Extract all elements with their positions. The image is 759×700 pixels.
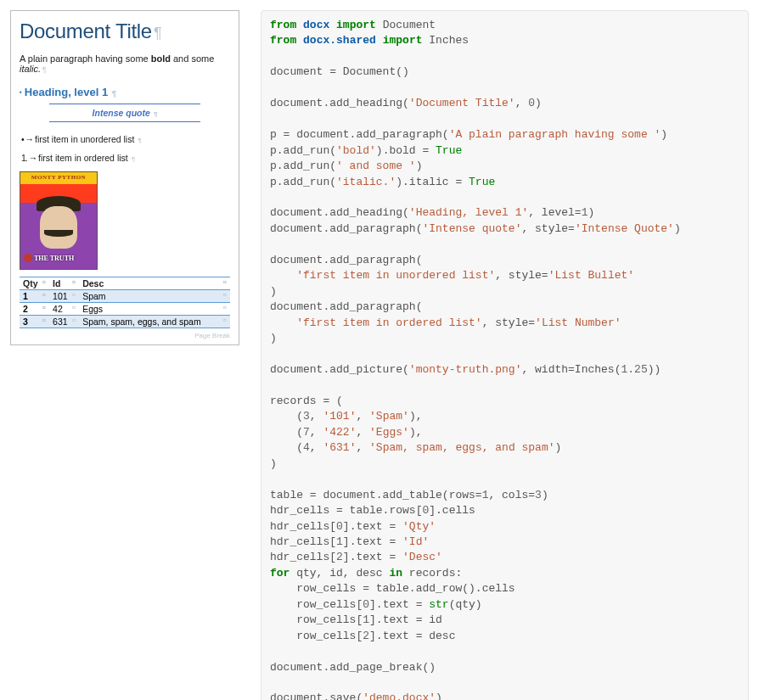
table-header-row: Qty¤ Id¤ Desc¤ [20, 277, 230, 290]
monty-python-image: MONTY PYTHON THE TRUTH [20, 171, 98, 270]
page-break-marker: Page Break [20, 332, 230, 339]
unordered-list-item: first item in unordered list ¶ [21, 134, 230, 144]
ordered-list-item: first item in ordered list ¶ [21, 153, 230, 163]
intense-quote: Intense quote ¶ [49, 104, 200, 122]
heading-level-1: Heading, level 1 ¶ [20, 86, 230, 98]
doc-title: Document Title¶ [20, 20, 230, 43]
python-code-block: from docx import Document from docx.shar… [261, 10, 749, 700]
table-row: 1¤101¤Spam¤ [20, 290, 230, 303]
records-table: Qty¤ Id¤ Desc¤ 1¤101¤Spam¤ 2¤42¤Eggs¤ 3¤… [20, 277, 230, 328]
table-row: 3¤631¤Spam, spam, eggs, and spam¤ [20, 316, 230, 328]
document-preview: Document Title¶ A plain paragraph having… [10, 10, 239, 345]
table-row: 2¤42¤Eggs¤ [20, 303, 230, 316]
plain-paragraph: A plain paragraph having some bold and s… [20, 53, 230, 74]
